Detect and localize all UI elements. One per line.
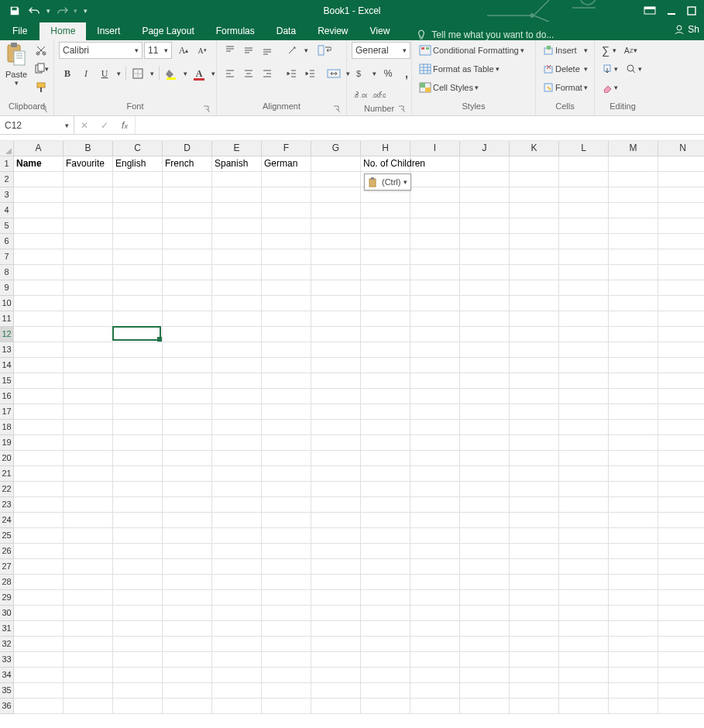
cell[interactable] — [658, 683, 704, 699]
cell[interactable] — [113, 451, 163, 466]
cell[interactable] — [262, 218, 311, 234]
cell[interactable] — [113, 637, 163, 652]
increase-indent-button[interactable] — [302, 65, 319, 82]
cell[interactable] — [163, 590, 212, 606]
cell[interactable] — [410, 156, 460, 172]
cell[interactable] — [163, 637, 212, 652]
cell[interactable] — [163, 265, 212, 280]
fill-color-button[interactable] — [163, 65, 180, 82]
cell[interactable] — [212, 234, 262, 249]
cell[interactable] — [262, 249, 311, 265]
cell[interactable] — [14, 327, 64, 342]
align-center-button[interactable] — [240, 65, 257, 82]
cell[interactable] — [311, 342, 361, 358]
column-header-E[interactable]: E — [212, 141, 262, 156]
cell[interactable] — [64, 311, 113, 327]
cell[interactable] — [113, 652, 163, 668]
cell[interactable] — [14, 234, 64, 249]
cell[interactable] — [262, 590, 311, 606]
cell[interactable] — [212, 466, 262, 482]
cell[interactable] — [460, 482, 510, 497]
row-header[interactable]: 24 — [0, 513, 14, 528]
cell[interactable] — [658, 699, 704, 714]
cell[interactable] — [311, 590, 361, 606]
cell[interactable] — [460, 311, 510, 327]
cell[interactable] — [460, 389, 510, 404]
cell[interactable] — [262, 311, 311, 327]
cell[interactable] — [262, 606, 311, 621]
cell[interactable] — [113, 311, 163, 327]
cell[interactable] — [410, 203, 460, 218]
cell[interactable] — [460, 559, 510, 575]
row-header[interactable]: 1 — [0, 156, 14, 172]
row-header[interactable]: 22 — [0, 482, 14, 497]
cell[interactable] — [410, 683, 460, 699]
cell[interactable] — [609, 699, 658, 714]
row-header[interactable]: 34 — [0, 668, 14, 683]
cell[interactable] — [658, 218, 704, 234]
cell[interactable] — [311, 482, 361, 497]
cell[interactable] — [163, 466, 212, 482]
cell[interactable] — [609, 544, 658, 559]
cell[interactable] — [311, 528, 361, 544]
cell[interactable] — [361, 435, 410, 451]
cell[interactable] — [609, 187, 658, 203]
cell[interactable] — [64, 513, 113, 528]
merge-center-button[interactable] — [325, 65, 342, 82]
format-as-table-button[interactable]: Format as Table▾ — [417, 60, 527, 77]
cell[interactable] — [311, 218, 361, 234]
cell[interactable] — [64, 575, 113, 590]
cell[interactable] — [410, 497, 460, 513]
cell[interactable] — [311, 513, 361, 528]
cell[interactable] — [460, 528, 510, 544]
cell[interactable] — [163, 435, 212, 451]
cell[interactable] — [64, 172, 113, 187]
column-header-H[interactable]: H — [361, 141, 410, 156]
row-header[interactable]: 18 — [0, 420, 14, 435]
cell[interactable] — [311, 249, 361, 265]
cell[interactable] — [163, 404, 212, 420]
cell[interactable] — [510, 528, 559, 544]
cell[interactable] — [361, 652, 410, 668]
cell[interactable] — [262, 435, 311, 451]
cell[interactable] — [14, 621, 64, 637]
cell[interactable] — [311, 404, 361, 420]
tab-home[interactable]: Home — [39, 22, 86, 40]
cell[interactable] — [609, 575, 658, 590]
cell[interactable] — [262, 637, 311, 652]
cell[interactable] — [262, 528, 311, 544]
cell[interactable] — [64, 668, 113, 683]
cell[interactable] — [212, 668, 262, 683]
cell[interactable] — [559, 327, 609, 342]
cell[interactable] — [64, 249, 113, 265]
cell[interactable] — [311, 466, 361, 482]
cell[interactable] — [113, 621, 163, 637]
cell[interactable] — [14, 358, 64, 373]
cell[interactable] — [311, 652, 361, 668]
cell[interactable] — [510, 373, 559, 389]
tell-me-search[interactable]: Tell me what you want to do... — [416, 29, 554, 40]
cell[interactable] — [14, 497, 64, 513]
fill-color-more-icon[interactable]: ▾ — [181, 65, 189, 82]
cell[interactable] — [609, 451, 658, 466]
cell[interactable] — [510, 249, 559, 265]
cell[interactable] — [361, 249, 410, 265]
cell[interactable] — [361, 404, 410, 420]
ribbon-display-options-icon[interactable] — [644, 6, 656, 15]
cell[interactable] — [658, 280, 704, 296]
cell[interactable] — [163, 389, 212, 404]
cell[interactable] — [311, 683, 361, 699]
cell[interactable] — [410, 389, 460, 404]
cell[interactable] — [609, 466, 658, 482]
cell[interactable] — [64, 683, 113, 699]
cell[interactable] — [262, 234, 311, 249]
cell[interactable] — [212, 637, 262, 652]
cell[interactable] — [658, 358, 704, 373]
cell[interactable] — [559, 358, 609, 373]
cell[interactable] — [262, 373, 311, 389]
cell[interactable] — [262, 652, 311, 668]
autosum-button[interactable]: ∑▾ AZ▾ — [599, 42, 644, 59]
cell[interactable] — [609, 559, 658, 575]
cell[interactable] — [658, 451, 704, 466]
find-icon[interactable] — [626, 64, 637, 74]
